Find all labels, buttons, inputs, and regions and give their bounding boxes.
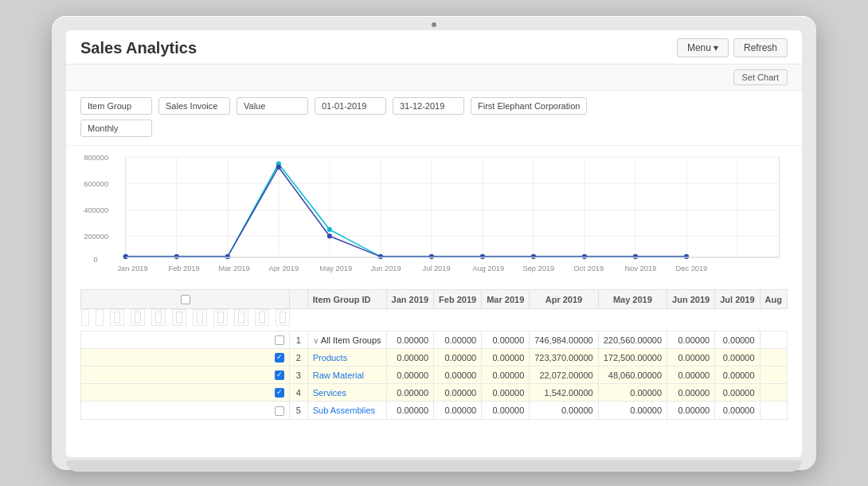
row-apr: 1,542.00000 — [530, 384, 598, 402]
page-title: Sales Analytics — [80, 39, 197, 57]
row-feb: 0.00000 — [434, 402, 482, 419]
svg-text:200000: 200000 — [84, 233, 108, 241]
svg-point-51 — [276, 165, 281, 170]
row-checkbox[interactable] — [275, 335, 284, 345]
row-jan: 0.00000 — [386, 384, 433, 402]
header-num-col — [290, 290, 308, 309]
table-row: 3Raw Material0.000000.000000.0000022,072… — [81, 366, 788, 384]
value-filter[interactable]: Value — [237, 97, 308, 115]
filter-jan-input[interactable] — [135, 312, 141, 323]
svg-point-59 — [684, 254, 689, 259]
row-num: 4 — [290, 384, 308, 402]
chevron-down-icon: ▾ — [714, 42, 718, 53]
row-num: 1 — [290, 331, 308, 349]
row-aug — [760, 366, 787, 384]
row-checkbox-cell — [81, 366, 290, 384]
sales-table: Item Group ID Jan 2019 Feb 2019 Mar 2019… — [80, 289, 788, 420]
refresh-button[interactable]: Refresh — [733, 38, 788, 57]
svg-point-52 — [327, 233, 332, 238]
filter-row-2: Monthly — [80, 120, 788, 137]
row-jun: 0.00000 — [667, 331, 715, 349]
filter-feb-input[interactable] — [155, 312, 162, 323]
svg-text:600000: 600000 — [84, 180, 108, 188]
row-aug — [760, 331, 787, 349]
from-date-filter[interactable]: 01-01-2019 — [315, 97, 386, 115]
svg-text:Oct 2019: Oct 2019 — [574, 265, 604, 272]
filter-row-1: Item Group Sales Invoice Value 01-01-201… — [80, 97, 788, 115]
header-jan-2019: Jan 2019 — [386, 290, 433, 309]
range-filter[interactable]: Monthly — [80, 120, 152, 137]
chart-toolbar: Set Chart — [66, 65, 802, 91]
row-item-name[interactable]: ∨All Item Groups — [307, 331, 386, 349]
filter-jan-col — [131, 309, 145, 326]
svg-text:Mar 2019: Mar 2019 — [218, 265, 249, 272]
row-mar: 0.00000 — [482, 402, 530, 419]
svg-point-49 — [174, 254, 179, 259]
row-mar: 0.00000 — [482, 384, 530, 402]
row-may: 220,560.00000 — [598, 331, 667, 349]
row-jun: 0.00000 — [667, 384, 715, 402]
svg-point-56 — [531, 254, 536, 259]
filter-jun-input[interactable] — [238, 312, 244, 323]
data-table-section: Item Group ID Jan 2019 Feb 2019 Mar 2019… — [66, 289, 802, 457]
filter-may-input[interactable] — [217, 312, 224, 323]
table-scroll[interactable]: Item Group ID Jan 2019 Feb 2019 Mar 2019… — [80, 289, 788, 457]
row-item-name[interactable]: Products — [307, 349, 386, 366]
app-header: Sales Analytics Menu ▾ Refresh — [66, 30, 802, 65]
row-checkbox[interactable] — [275, 370, 284, 380]
filter-name-input[interactable] — [114, 312, 120, 323]
svg-text:Apr 2019: Apr 2019 — [268, 265, 299, 272]
row-checkbox[interactable] — [275, 353, 284, 363]
header-feb-2019: Feb 2019 — [434, 290, 482, 309]
to-date-filter[interactable]: 31-12-2019 — [393, 97, 464, 115]
row-checkbox[interactable] — [275, 388, 284, 398]
table-row: 1∨All Item Groups0.000000.000000.0000074… — [81, 331, 788, 349]
row-jul: 0.00000 — [715, 384, 760, 402]
header-apr-2019: Apr 2019 — [530, 290, 598, 309]
svg-text:May 2019: May 2019 — [319, 265, 352, 272]
svg-text:Jul 2019: Jul 2019 — [423, 265, 451, 272]
filter-cb-col — [81, 309, 89, 326]
svg-text:Jan 2019: Jan 2019 — [117, 265, 147, 272]
row-item-name[interactable]: Raw Material — [307, 366, 386, 384]
table-filter-row — [81, 309, 290, 326]
svg-point-50 — [225, 254, 230, 259]
select-all-checkbox[interactable] — [181, 295, 190, 304]
row-checkbox[interactable] — [275, 406, 284, 416]
row-item-name[interactable]: Services — [307, 384, 386, 402]
header-jul-2019: Jul 2019 — [715, 290, 760, 309]
row-jun: 0.00000 — [667, 366, 715, 384]
svg-text:Dec 2019: Dec 2019 — [676, 265, 708, 272]
svg-text:Nov 2019: Nov 2019 — [625, 265, 657, 272]
filter-aug-input[interactable] — [280, 312, 286, 323]
header-actions: Menu ▾ Refresh — [677, 38, 788, 57]
sales-invoice-filter[interactable]: Sales Invoice — [158, 97, 230, 115]
chart-wrapper: 800000 600000 400000 200000 0 — [80, 149, 788, 280]
filter-jul-input[interactable] — [259, 312, 265, 323]
row-aug — [760, 349, 787, 366]
set-chart-button[interactable]: Set Chart — [733, 69, 788, 85]
item-group-filter[interactable]: Item Group — [80, 97, 152, 115]
svg-point-48 — [123, 254, 128, 259]
row-aug — [760, 402, 787, 419]
line-chart: 800000 600000 400000 200000 0 — [80, 149, 788, 280]
header-item-group-id: Item Group ID — [307, 290, 386, 309]
svg-text:800000: 800000 — [84, 154, 108, 162]
filter-name-col — [110, 309, 124, 326]
row-feb: 0.00000 — [434, 349, 482, 366]
row-apr: 723,370.00000 — [530, 349, 598, 366]
table-row: 4Services0.000000.000000.000001,542.0000… — [81, 384, 788, 402]
filter-aug-col — [276, 309, 290, 326]
header-mar-2019: Mar 2019 — [482, 290, 530, 309]
header-aug: Aug — [760, 290, 787, 309]
filter-apr-input[interactable] — [197, 312, 203, 323]
row-item-name[interactable]: Sub Assemblies — [307, 402, 386, 419]
filter-mar-input[interactable] — [176, 312, 182, 323]
svg-text:Aug 2019: Aug 2019 — [473, 265, 505, 272]
row-mar: 0.00000 — [482, 331, 530, 349]
row-mar: 0.00000 — [482, 349, 530, 366]
svg-text:Feb 2019: Feb 2019 — [168, 265, 199, 272]
company-filter[interactable]: First Elephant Corporation — [471, 97, 587, 115]
row-may: 172,500.00000 — [598, 349, 667, 366]
menu-button[interactable]: Menu ▾ — [677, 38, 729, 57]
